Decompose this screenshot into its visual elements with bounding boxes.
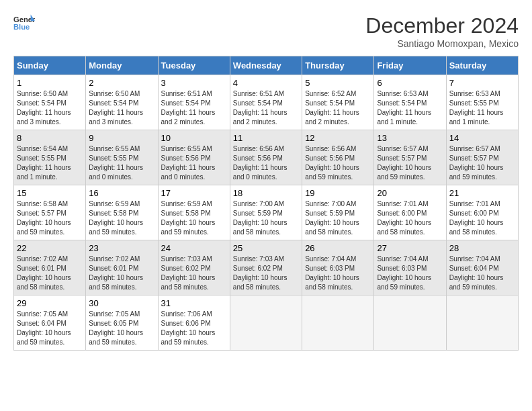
logo: General Blue <box>13 13 35 32</box>
day-info: Sunrise: 6:55 AMSunset: 5:55 PMDaylight:… <box>89 144 154 182</box>
day-number: 10 <box>161 133 227 143</box>
day-info: Sunrise: 7:06 AMSunset: 6:06 PMDaylight:… <box>161 310 227 347</box>
day-info: Sunrise: 6:50 AMSunset: 5:54 PMDaylight:… <box>89 89 154 127</box>
table-cell: 12Sunrise: 6:56 AMSunset: 5:56 PMDayligh… <box>302 130 374 185</box>
table-cell <box>374 295 446 351</box>
day-info: Sunrise: 7:02 AMSunset: 6:01 PMDaylight:… <box>17 255 83 292</box>
table-cell: 25Sunrise: 7:03 AMSunset: 6:02 PMDayligh… <box>230 240 302 295</box>
day-number: 30 <box>89 298 154 308</box>
table-cell: 27Sunrise: 7:04 AMSunset: 6:03 PMDayligh… <box>374 240 446 295</box>
day-number: 23 <box>89 243 154 253</box>
day-info: Sunrise: 7:04 AMSunset: 6:03 PMDaylight:… <box>305 255 371 292</box>
day-info: Sunrise: 7:05 AMSunset: 6:04 PMDaylight:… <box>17 310 83 347</box>
day-number: 2 <box>89 78 154 88</box>
location-subtitle: Santiago Momoxpan, Mexico <box>365 38 519 49</box>
day-number: 3 <box>161 78 227 88</box>
day-number: 12 <box>305 133 371 143</box>
day-info: Sunrise: 7:01 AMSunset: 6:00 PMDaylight:… <box>449 199 515 237</box>
table-cell: 24Sunrise: 7:03 AMSunset: 6:02 PMDayligh… <box>158 240 230 295</box>
table-cell: 29Sunrise: 7:05 AMSunset: 6:04 PMDayligh… <box>14 295 86 351</box>
col-thursday: Thursday <box>302 56 374 75</box>
col-friday: Friday <box>374 56 446 75</box>
day-number: 26 <box>305 243 371 253</box>
table-cell: 28Sunrise: 7:04 AMSunset: 6:04 PMDayligh… <box>446 240 518 295</box>
table-cell: 8Sunrise: 6:54 AMSunset: 5:55 PMDaylight… <box>14 130 86 185</box>
table-cell <box>446 295 518 351</box>
day-info: Sunrise: 7:02 AMSunset: 6:01 PMDaylight:… <box>89 255 154 292</box>
table-cell: 20Sunrise: 7:01 AMSunset: 6:00 PMDayligh… <box>374 185 446 240</box>
table-cell: 16Sunrise: 6:59 AMSunset: 5:58 PMDayligh… <box>86 185 158 240</box>
day-number: 19 <box>305 188 371 198</box>
day-number: 14 <box>449 133 515 143</box>
calendar-table: Sunday Monday Tuesday Wednesday Thursday… <box>13 56 519 351</box>
col-tuesday: Tuesday <box>158 56 230 75</box>
page-header: General Blue December 2024 Santiago Momo… <box>13 13 519 49</box>
day-number: 31 <box>161 298 227 308</box>
table-cell: 13Sunrise: 6:57 AMSunset: 5:57 PMDayligh… <box>374 130 446 185</box>
table-cell: 26Sunrise: 7:04 AMSunset: 6:03 PMDayligh… <box>302 240 374 295</box>
col-monday: Monday <box>86 56 158 75</box>
day-number: 6 <box>377 78 443 88</box>
day-number: 27 <box>377 243 443 253</box>
calendar-header-row: Sunday Monday Tuesday Wednesday Thursday… <box>14 56 519 75</box>
day-info: Sunrise: 7:05 AMSunset: 6:05 PMDaylight:… <box>89 310 154 347</box>
table-cell: 3Sunrise: 6:51 AMSunset: 5:54 PMDaylight… <box>158 75 230 130</box>
col-sunday: Sunday <box>14 56 86 75</box>
title-block: December 2024 Santiago Momoxpan, Mexico <box>365 13 519 49</box>
day-number: 21 <box>449 188 515 198</box>
day-info: Sunrise: 7:03 AMSunset: 6:02 PMDaylight:… <box>161 255 227 292</box>
table-cell: 22Sunrise: 7:02 AMSunset: 6:01 PMDayligh… <box>14 240 86 295</box>
table-cell: 11Sunrise: 6:56 AMSunset: 5:56 PMDayligh… <box>230 130 302 185</box>
table-cell: 5Sunrise: 6:52 AMSunset: 5:54 PMDaylight… <box>302 75 374 130</box>
table-cell: 6Sunrise: 6:53 AMSunset: 5:54 PMDaylight… <box>374 75 446 130</box>
day-number: 9 <box>89 133 154 143</box>
day-number: 20 <box>377 188 443 198</box>
day-number: 5 <box>305 78 371 88</box>
table-cell: 7Sunrise: 6:53 AMSunset: 5:55 PMDaylight… <box>446 75 518 130</box>
week-row-5: 29Sunrise: 7:05 AMSunset: 6:04 PMDayligh… <box>14 295 519 351</box>
day-info: Sunrise: 7:04 AMSunset: 6:03 PMDaylight:… <box>377 255 443 292</box>
day-number: 28 <box>449 243 515 253</box>
table-cell <box>302 295 374 351</box>
day-info: Sunrise: 6:52 AMSunset: 5:54 PMDaylight:… <box>305 89 371 127</box>
table-cell: 15Sunrise: 6:58 AMSunset: 5:57 PMDayligh… <box>14 185 86 240</box>
col-wednesday: Wednesday <box>230 56 302 75</box>
day-info: Sunrise: 6:54 AMSunset: 5:55 PMDaylight:… <box>17 144 83 182</box>
day-info: Sunrise: 7:00 AMSunset: 5:59 PMDaylight:… <box>305 199 371 237</box>
table-cell: 19Sunrise: 7:00 AMSunset: 5:59 PMDayligh… <box>302 185 374 240</box>
table-cell: 21Sunrise: 7:01 AMSunset: 6:00 PMDayligh… <box>446 185 518 240</box>
week-row-2: 8Sunrise: 6:54 AMSunset: 5:55 PMDaylight… <box>14 130 519 185</box>
day-info: Sunrise: 6:57 AMSunset: 5:57 PMDaylight:… <box>377 144 443 182</box>
day-info: Sunrise: 6:59 AMSunset: 5:58 PMDaylight:… <box>161 199 227 237</box>
day-number: 1 <box>17 78 83 88</box>
table-cell: 9Sunrise: 6:55 AMSunset: 5:55 PMDaylight… <box>86 130 158 185</box>
table-cell: 30Sunrise: 7:05 AMSunset: 6:05 PMDayligh… <box>86 295 158 351</box>
day-number: 25 <box>233 243 299 253</box>
day-info: Sunrise: 6:55 AMSunset: 5:56 PMDaylight:… <box>161 144 227 182</box>
day-info: Sunrise: 6:51 AMSunset: 5:54 PMDaylight:… <box>161 89 227 127</box>
table-cell: 17Sunrise: 6:59 AMSunset: 5:58 PMDayligh… <box>158 185 230 240</box>
day-number: 11 <box>233 133 299 143</box>
week-row-4: 22Sunrise: 7:02 AMSunset: 6:01 PMDayligh… <box>14 240 519 295</box>
day-info: Sunrise: 7:03 AMSunset: 6:02 PMDaylight:… <box>233 255 299 292</box>
day-number: 18 <box>233 188 299 198</box>
day-info: Sunrise: 6:56 AMSunset: 5:56 PMDaylight:… <box>305 144 371 182</box>
table-cell: 4Sunrise: 6:51 AMSunset: 5:54 PMDaylight… <box>230 75 302 130</box>
day-info: Sunrise: 6:51 AMSunset: 5:54 PMDaylight:… <box>233 89 299 127</box>
day-info: Sunrise: 6:58 AMSunset: 5:57 PMDaylight:… <box>17 199 83 237</box>
day-info: Sunrise: 6:56 AMSunset: 5:56 PMDaylight:… <box>233 144 299 182</box>
day-number: 17 <box>161 188 227 198</box>
table-cell: 23Sunrise: 7:02 AMSunset: 6:01 PMDayligh… <box>86 240 158 295</box>
day-info: Sunrise: 6:59 AMSunset: 5:58 PMDaylight:… <box>89 199 154 237</box>
day-info: Sunrise: 6:53 AMSunset: 5:55 PMDaylight:… <box>449 89 515 127</box>
day-number: 22 <box>17 243 83 253</box>
table-cell: 2Sunrise: 6:50 AMSunset: 5:54 PMDaylight… <box>86 75 158 130</box>
day-number: 29 <box>17 298 83 308</box>
week-row-3: 15Sunrise: 6:58 AMSunset: 5:57 PMDayligh… <box>14 185 519 240</box>
day-number: 7 <box>449 78 515 88</box>
day-number: 4 <box>233 78 299 88</box>
day-info: Sunrise: 7:04 AMSunset: 6:04 PMDaylight:… <box>449 255 515 292</box>
day-number: 16 <box>89 188 154 198</box>
day-info: Sunrise: 6:50 AMSunset: 5:54 PMDaylight:… <box>17 89 83 127</box>
table-cell <box>230 295 302 351</box>
